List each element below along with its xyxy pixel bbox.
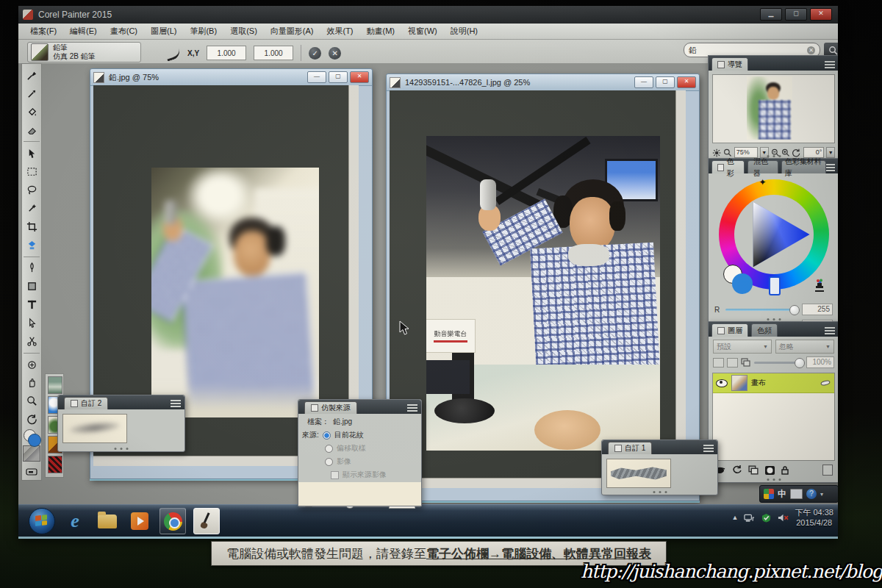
menu-canvas[interactable]: 畫布(C) [104,24,143,39]
taskbar-clock[interactable]: 下午 04:38 2015/4/28 [795,507,833,528]
pickup-underlying-icon[interactable] [727,358,738,368]
add-point-tool-icon[interactable] [24,356,40,373]
doc1-titlebar[interactable]: 鉛.jpg @ 75% — ▢ ✕ [90,69,372,86]
red-value[interactable]: 255 [802,304,833,315]
doc1-close-button[interactable]: ✕ [350,71,369,83]
menu-select[interactable]: 選取(S) [224,24,263,39]
paint-bucket-tool-icon[interactable] [24,104,40,121]
hue-slider-handle[interactable] [769,276,781,295]
menu-brushes[interactable]: 筆刷(B) [184,24,223,39]
network-icon[interactable] [744,513,755,523]
paper-texture-swatch[interactable] [23,445,40,462]
custom2-brush-shortcut[interactable] [62,414,127,443]
doc2-vertical-scrollbar[interactable] [675,90,686,488]
taskbar-painter-icon[interactable] [193,508,220,534]
doc2-close-button[interactable]: ✕ [677,76,696,88]
magic-wand-tool-icon[interactable] [24,200,40,217]
custom2-collapse-icon[interactable] [71,400,78,407]
flow-map-swatch[interactable] [48,456,62,473]
doc2-maximize-button[interactable]: ▢ [656,76,675,88]
language-bar-options-icon[interactable]: ▾ [820,491,823,498]
lasso-tool-icon[interactable] [24,182,40,198]
tray-expand-icon[interactable]: ▲ [731,514,738,521]
navigator-menu-icon[interactable] [825,61,835,68]
document-window-2[interactable]: 1429359151-...47826_l.jpg @ 25% — ▢ ✕ [386,74,700,501]
color-panel-header[interactable]: 色彩 混色器 色彩集材料庫 [709,159,838,173]
close-button[interactable]: ✕ [810,8,832,21]
blend-mode-dropdown[interactable]: 預設▼ [713,340,772,354]
doc2-canvas-area[interactable]: 動音樂電台 [390,90,686,488]
lock-layer-icon[interactable] [781,465,789,476]
layer-opacity-knob[interactable] [795,358,805,368]
delete-layer-icon[interactable] [822,465,833,476]
channels-tab[interactable]: 色頻 [751,323,778,337]
main-color-swatch[interactable] [28,434,41,447]
color-tab[interactable]: 色彩 [727,156,739,179]
menu-shapes[interactable]: 向量圖形(A) [265,24,320,39]
custom1-header[interactable]: 自訂 1 [602,440,717,454]
menu-movie[interactable]: 動畫(M) [361,24,401,39]
layer-visibility-icon[interactable] [716,379,728,387]
ime-app-icon[interactable] [764,489,774,499]
minimize-button[interactable]: ▁ [760,8,782,21]
radio-image[interactable] [325,458,333,466]
grabber-tool-icon[interactable] [24,375,40,392]
y-coordinate-field[interactable] [254,46,293,60]
menu-layers[interactable]: 圖層(L) [145,24,182,39]
rect-select-tool-icon[interactable] [24,163,40,180]
crop-tool-icon[interactable] [24,218,40,235]
layers-collapse-icon[interactable] [717,327,725,334]
doc2-minimize-button[interactable]: — [634,76,653,88]
clone-color-stamp-icon[interactable] [811,278,828,293]
taskbar-explorer-icon[interactable] [95,509,120,534]
navigator-rotation-dropdown[interactable]: ▼ [826,147,835,158]
radio-current-pattern[interactable] [323,431,331,440]
taskbar-ie-icon[interactable]: e [62,509,87,534]
navigator-settings-icon[interactable] [712,148,721,158]
text-tool-icon[interactable] [24,296,40,313]
menu-help[interactable]: 說明(H) [445,24,484,39]
preserve-transparency-icon[interactable] [713,358,724,368]
menu-edit[interactable]: 編輯(E) [64,24,103,39]
custom1-menu-icon[interactable] [703,445,714,452]
rect-shape-tool-icon[interactable] [24,278,40,295]
x-coordinate-field[interactable] [207,46,246,60]
layers-tab[interactable]: 圖層 [728,325,742,337]
shape-select-tool-icon[interactable] [24,315,40,331]
layer-opacity-slider[interactable] [754,362,803,364]
custom1-collapse-icon[interactable] [614,445,622,452]
canvas-layer-row[interactable]: 畫布 [713,373,834,393]
ime-language-indicator[interactable]: 中 [778,488,786,501]
pen-tool-icon[interactable] [24,259,40,276]
color-swatches[interactable] [723,265,753,294]
image-library-swatch[interactable] [48,376,62,394]
brush-tool-icon[interactable] [24,67,40,84]
layers-menu-icon[interactable] [825,327,835,334]
taskbar-chrome-icon[interactable] [159,508,186,534]
custom2-menu-icon[interactable] [171,400,181,407]
custom2-header[interactable]: 自訂 2 [58,395,184,409]
color-menu-icon[interactable] [826,164,835,171]
depth-mode-dropdown[interactable]: 忽略▼ [775,340,834,354]
color-collapse-icon[interactable] [717,164,724,171]
clear-search-icon[interactable]: ✕ [807,46,815,54]
layers-panel-header[interactable]: 圖層 色頻 [709,322,838,337]
restore-default-icon[interactable] [732,465,743,475]
mixer-tab[interactable]: 混色器 [747,160,778,173]
commit-button[interactable]: ✓ [309,47,321,60]
keyboard-layout-icon[interactable] [790,489,803,499]
toolbox-footer-selector[interactable] [24,463,40,480]
brush-selector[interactable]: 鉛筆 仿真 2B 鉛筆 [27,42,141,62]
custom-palette-2[interactable]: 自訂 2 [57,395,185,452]
clone-source-menu-icon[interactable] [407,404,417,412]
red-slider-knob[interactable] [789,305,800,315]
new-layer-icon[interactable] [748,465,759,475]
clone-source-collapse-icon[interactable] [311,404,318,412]
doc1-maximize-button[interactable]: ▢ [329,71,348,83]
radio-offset-sampling[interactable] [325,445,333,453]
clone-source-header[interactable]: 仿製來源 [298,400,421,414]
color-sets-tab[interactable]: 色彩集材料庫 [781,160,826,173]
hue-marker-icon[interactable]: ✦ [759,178,768,187]
dropper-tool-icon[interactable] [24,85,40,102]
antivirus-check-icon[interactable] [761,513,772,523]
